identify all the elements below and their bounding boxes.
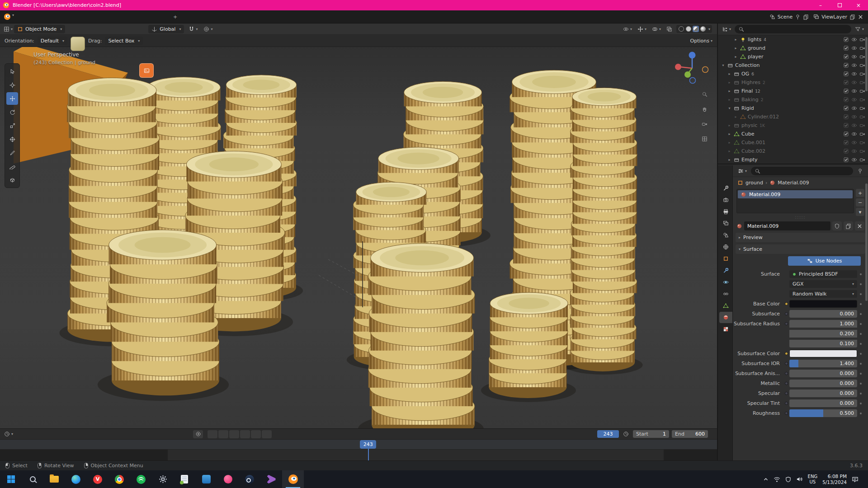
taskbar-app-start[interactable] <box>0 470 22 488</box>
maximize-button[interactable] <box>830 0 849 10</box>
hide-in-viewport-icon[interactable] <box>851 71 857 77</box>
remove-viewlayer-icon[interactable] <box>858 14 863 20</box>
exclude-checkbox[interactable] <box>843 97 849 103</box>
add-cube-tool[interactable] <box>6 174 18 186</box>
exclude-checkbox[interactable] <box>843 122 849 128</box>
hide-in-viewport-icon[interactable] <box>851 131 857 137</box>
workspace-tab[interactable] <box>129 10 139 23</box>
close-button[interactable]: × <box>849 0 868 10</box>
timeline-track[interactable] <box>0 450 717 460</box>
active-tool-thumbnail[interactable] <box>71 37 85 51</box>
new-material-button[interactable] <box>844 221 853 230</box>
hide-in-viewport-icon[interactable] <box>851 88 857 94</box>
animate-decorator[interactable] <box>857 313 864 315</box>
workspace-tab[interactable] <box>119 10 129 23</box>
animate-decorator[interactable] <box>857 363 864 365</box>
disable-in-renders-icon[interactable] <box>859 71 865 77</box>
use-preview-range-icon[interactable] <box>622 431 630 437</box>
animate-decorator[interactable] <box>857 353 864 355</box>
surface-section-header[interactable]: ▾Surface <box>736 244 865 254</box>
move-tool[interactable] <box>6 92 18 105</box>
disable-in-renders-icon[interactable] <box>859 114 865 120</box>
exclude-checkbox[interactable] <box>843 88 849 94</box>
clock-date[interactable]: 6:08 PM5/13/2024 <box>822 474 847 485</box>
properties-tab-render[interactable] <box>719 194 732 206</box>
taskbar-app-search[interactable] <box>22 470 43 488</box>
list-resize-grip[interactable]: ::::: <box>733 216 868 220</box>
cursor-tool[interactable] <box>6 79 18 91</box>
exclude-checkbox[interactable] <box>843 37 849 42</box>
sss-method-dropdown[interactable]: Random Walk▾ <box>789 290 857 298</box>
playhead-frame-badge[interactable]: 243 <box>360 440 376 449</box>
outliner-editor-type-button[interactable]: ▾ <box>721 23 732 35</box>
workspace-tab[interactable] <box>79 10 89 23</box>
timeline-menu[interactable] <box>22 429 29 439</box>
outliner-row[interactable]: ▸ Empty <box>718 155 868 164</box>
transport-button[interactable] <box>262 430 272 438</box>
surface-shader-field[interactable]: Principled BSDF <box>789 270 857 278</box>
animate-decorator[interactable] <box>857 403 864 404</box>
exclude-checkbox[interactable] <box>843 62 849 68</box>
new-scene-icon[interactable] <box>803 14 809 20</box>
unlink-material-button[interactable] <box>855 221 864 230</box>
disable-in-renders-icon[interactable] <box>859 157 865 163</box>
properties-tab-physics[interactable] <box>719 277 732 288</box>
hide-in-viewport-icon[interactable] <box>851 80 857 85</box>
disable-in-renders-icon[interactable] <box>859 122 865 128</box>
transform-orientation-dropdown[interactable]: Global▾ <box>148 25 184 33</box>
current-frame-field[interactable]: 243 <box>597 430 619 438</box>
shading-rendered-button[interactable] <box>700 26 706 32</box>
properties-search-input[interactable] <box>763 169 849 174</box>
taskbar-app-visual-studio[interactable] <box>260 470 282 488</box>
input-field[interactable] <box>789 350 857 357</box>
disable-in-renders-icon[interactable] <box>859 88 865 94</box>
disclosure-icon[interactable]: ▸ <box>727 149 732 153</box>
disclosure-icon[interactable]: ▸ <box>727 80 732 84</box>
properties-tab-modifiers[interactable] <box>719 265 732 276</box>
options-dropdown[interactable]: Options▾ <box>690 38 712 44</box>
transport-button[interactable] <box>229 430 239 438</box>
disclosure-icon[interactable]: ▸ <box>727 158 732 162</box>
timeline-editor-type-button[interactable]: ▾ <box>3 429 14 439</box>
exclude-checkbox[interactable] <box>843 157 849 163</box>
disable-in-renders-icon[interactable] <box>859 45 865 51</box>
animate-decorator[interactable] <box>857 303 864 305</box>
hide-in-viewport-icon[interactable] <box>851 37 857 42</box>
disclosure-icon[interactable]: ▾ <box>721 63 726 67</box>
timeline-menu[interactable] <box>29 429 36 439</box>
disclosure-icon[interactable]: ▸ <box>733 46 738 50</box>
properties-scrollbar[interactable] <box>865 183 868 301</box>
taskbar-app-steam[interactable] <box>239 470 260 488</box>
workspace-tab[interactable] <box>69 10 79 23</box>
disable-in-renders-icon[interactable] <box>859 140 865 145</box>
menubar-menu[interactable] <box>46 10 53 23</box>
zoom-icon[interactable] <box>699 89 710 99</box>
shading-wireframe-button[interactable] <box>678 26 684 32</box>
volume-icon[interactable] <box>796 476 803 482</box>
properties-tab-scene[interactable] <box>719 230 732 241</box>
preview-section-header[interactable]: ▸Preview <box>736 233 865 242</box>
outliner-row[interactable]: ▸ lights 4 <box>718 35 868 44</box>
slot-specials-button[interactable]: ▾ <box>856 208 864 216</box>
measure-tool[interactable] <box>6 160 18 173</box>
disable-in-renders-icon[interactable] <box>859 131 865 137</box>
disclosure-icon[interactable]: ▸ <box>727 98 732 102</box>
outliner-row[interactable]: ▸ Baking 2 <box>718 95 868 104</box>
taskbar-app-settings[interactable] <box>152 470 174 488</box>
animate-decorator[interactable] <box>857 333 864 335</box>
hide-in-viewport-icon[interactable] <box>851 114 857 120</box>
scale-tool[interactable] <box>6 119 18 132</box>
taskbar-app-chrome[interactable] <box>108 470 130 488</box>
object-visibility-button[interactable]: ▾ <box>622 26 633 32</box>
exclude-checkbox[interactable] <box>843 80 849 85</box>
new-viewlayer-icon[interactable] <box>849 14 855 20</box>
annotate-tool[interactable] <box>6 146 18 159</box>
outliner-row[interactable]: ▸ Cube.002 <box>718 147 868 155</box>
workspace-tab[interactable] <box>99 10 109 23</box>
frame-start-field[interactable]: Start1 <box>633 430 669 438</box>
exclude-checkbox[interactable] <box>843 105 849 111</box>
hide-in-viewport-icon[interactable] <box>851 45 857 51</box>
drag-dropdown[interactable]: Select Box▾ <box>105 37 143 45</box>
hide-in-viewport-icon[interactable] <box>851 105 857 111</box>
breadcrumb-material[interactable]: Material.009 <box>778 180 809 186</box>
